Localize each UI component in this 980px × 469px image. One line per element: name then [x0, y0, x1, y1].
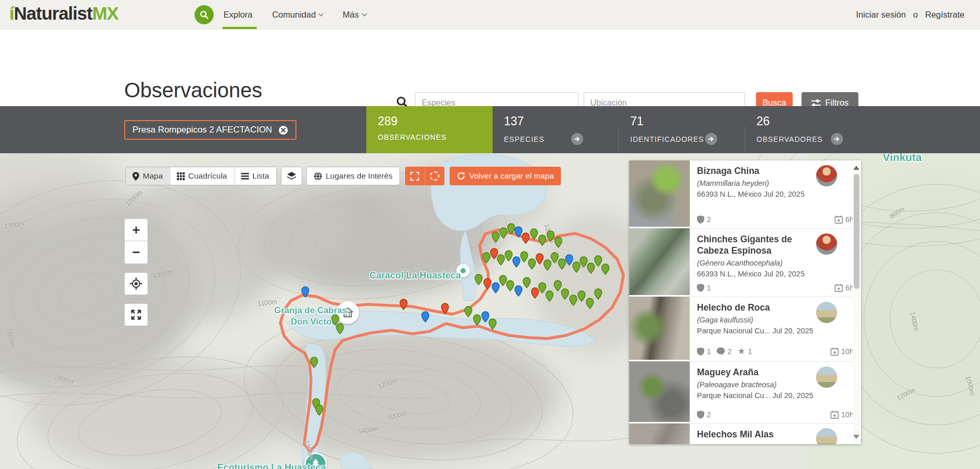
nav-search-button[interactable]	[195, 5, 214, 24]
site-logo[interactable]: íNaturalistMX	[9, 3, 118, 24]
triangle-down-icon	[853, 435, 859, 439]
observation-marker[interactable]	[546, 230, 555, 242]
observation-marker[interactable]	[310, 357, 318, 368]
sign-in-link[interactable]: Iniciar sesión	[856, 10, 905, 20]
layers-control	[281, 167, 302, 185]
reload-map-button[interactable]: Volver a cargar el mapa	[450, 167, 561, 185]
tab-observaciones[interactable]: 289 OBSERVACIONES	[366, 106, 493, 153]
observation-marker[interactable]	[554, 237, 562, 248]
observation-marker[interactable]	[301, 286, 309, 298]
top-navbar: íNaturalistMX Explora Comunidad Más Inic…	[0, 0, 980, 30]
stats-bar: Presa Rompepicos 2 AFECTACION 289 OBSERV…	[0, 106, 980, 153]
time-ago: 10h	[841, 411, 854, 419]
observation-marker[interactable]	[512, 256, 521, 268]
observation-photo[interactable]	[629, 423, 690, 444]
observer-avatar[interactable]	[816, 302, 837, 323]
draw-circle-button[interactable]	[425, 167, 444, 185]
observation-photo[interactable]	[629, 297, 690, 360]
observation-marker[interactable]	[441, 303, 449, 314]
observation-marker[interactable]	[530, 228, 538, 240]
observation-marker[interactable]	[421, 311, 429, 323]
observation-marker[interactable]	[536, 253, 544, 265]
observation-marker[interactable]	[336, 323, 344, 334]
observer-avatar[interactable]	[816, 367, 837, 388]
scroll-up-button[interactable]	[853, 164, 860, 172]
calendar-icon	[830, 411, 839, 419]
observation-marker[interactable]	[586, 298, 594, 309]
zoom-out-button[interactable]: −	[124, 241, 148, 264]
list-view-button[interactable]: Lista	[234, 167, 276, 185]
observation-location: 66393 N.L., México Jul 20, 2025	[697, 270, 832, 278]
map-canvas[interactable]: Caracol La HuastecaGranja de CabrasDon V…	[0, 153, 980, 469]
observer-avatar[interactable]	[816, 428, 837, 444]
observation-marker[interactable]	[514, 285, 523, 297]
scrollbar-thumb[interactable]	[854, 174, 859, 289]
arrow-right-icon[interactable]	[831, 133, 843, 145]
places-control: Lugares de Interés	[306, 167, 400, 185]
locate-me-button[interactable]	[124, 272, 148, 295]
observation-marker[interactable]	[473, 314, 481, 326]
observation-card[interactable]: Biznaga China (Mammillaria heyderi) 6639…	[629, 160, 861, 228]
nav-link-explora[interactable]: Explora	[224, 0, 253, 30]
nav-link-comunidad[interactable]: Comunidad	[272, 0, 323, 30]
observation-marker[interactable]	[506, 280, 514, 291]
tab-especies[interactable]: 137 ESPECIES	[493, 106, 619, 153]
observer-avatar[interactable]	[816, 233, 837, 255]
observation-card[interactable]: Maguey Araña (Paleoagave bracteosa) Parq…	[629, 361, 861, 423]
observation-marker[interactable]	[482, 252, 491, 263]
observation-photo[interactable]	[629, 228, 690, 295]
arrow-right-icon[interactable]	[571, 133, 583, 145]
observation-location: Parque Nacional Cu... Jul 20, 2025	[697, 327, 832, 335]
observation-marker[interactable]	[492, 231, 500, 243]
observation-marker[interactable]	[523, 277, 531, 288]
observation-marker[interactable]	[399, 299, 408, 310]
nav-link-mas[interactable]: Más	[343, 0, 366, 30]
tab-observadores[interactable]: 26 OBSERVADORES	[745, 106, 871, 153]
observation-card[interactable]: Chinches Gigantes de Cabeza Espinosa (Gé…	[629, 228, 861, 297]
arrow-right-icon[interactable]	[705, 133, 717, 145]
observation-photo[interactable]	[629, 160, 690, 227]
observation-marker[interactable]	[520, 251, 528, 262]
observation-photo[interactable]	[629, 361, 690, 422]
observation-title: Helecho de Roca	[697, 302, 832, 314]
map-place-label: Don Victor	[291, 317, 335, 327]
register-link[interactable]: Regístrate	[925, 10, 964, 20]
observation-marker[interactable]	[315, 404, 323, 416]
chevron-down-icon	[319, 11, 324, 17]
observation-marker[interactable]	[464, 306, 472, 317]
observation-scientific-name: (Gaga kaulfussii)	[697, 316, 832, 324]
tab-identificadores[interactable]: 71 IDENTIFICADORES	[619, 106, 745, 153]
zoom-in-button[interactable]: +	[124, 218, 148, 241]
draw-rectangle-button[interactable]	[405, 167, 425, 185]
observation-marker[interactable]	[594, 288, 602, 300]
map-view-button[interactable]: Mapa	[126, 167, 170, 185]
places-button[interactable]: Lugares de Interés	[307, 167, 399, 185]
observation-marker[interactable]	[522, 232, 530, 244]
observation-marker[interactable]	[488, 318, 497, 330]
observation-location: 66393 N.L., México Jul 20, 2025	[697, 190, 832, 198]
remove-filter-icon[interactable]	[278, 125, 288, 135]
observation-marker[interactable]	[577, 290, 586, 302]
calendar-icon	[835, 215, 843, 224]
observation-marker[interactable]	[561, 288, 569, 300]
observation-marker[interactable]	[538, 234, 546, 246]
chevron-down-icon	[362, 11, 367, 17]
observation-marker[interactable]	[569, 295, 577, 306]
observation-marker[interactable]	[497, 254, 505, 266]
id-badge-icon	[697, 347, 704, 356]
observation-marker[interactable]	[545, 290, 554, 302]
observation-card[interactable]: Helecho de Roca (Gaga kaulfussii) Parque…	[629, 297, 861, 361]
scroll-down-button[interactable]	[853, 433, 860, 441]
observer-avatar[interactable]	[816, 165, 837, 186]
observation-marker[interactable]	[474, 274, 483, 285]
observation-marker[interactable]	[601, 263, 610, 275]
layers-icon	[287, 172, 296, 181]
observation-marker[interactable]	[528, 258, 536, 270]
fullscreen-button[interactable]	[124, 303, 148, 326]
grid-view-button[interactable]: Cuadrícula	[170, 167, 234, 185]
observation-card[interactable]: Helechos Mil Alas	[629, 423, 861, 444]
observation-marker[interactable]	[499, 227, 508, 239]
observation-marker[interactable]	[504, 250, 513, 261]
layers-button[interactable]	[281, 167, 302, 185]
observation-marker[interactable]	[483, 278, 492, 289]
